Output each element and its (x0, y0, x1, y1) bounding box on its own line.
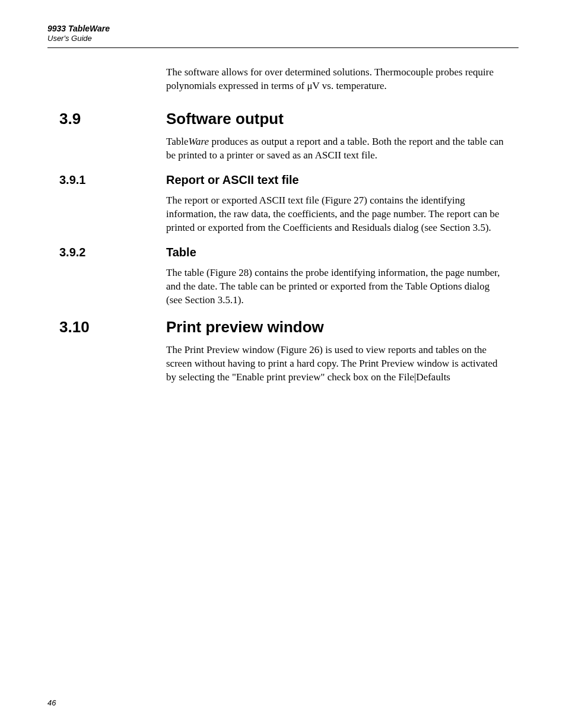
header-divider (47, 47, 519, 48)
section-number-3-9-1: 3.9.1 (59, 173, 166, 187)
body-suffix-3-9: produces as output a report and a table.… (166, 136, 504, 161)
section-3-9: 3.9 Software output TableWare produces a… (166, 110, 507, 163)
body-italic-3-9: Ware (189, 136, 209, 147)
section-title-3-10: Print preview window (166, 318, 324, 336)
header-product: 9933 TableWare (47, 24, 519, 34)
section-body-3-9-2: The table (Figure 28) contains the probe… (166, 266, 507, 307)
page-content: The software allows for over determined … (47, 66, 519, 384)
section-3-9-2: 3.9.2 Table The table (Figure 28) contai… (166, 246, 507, 307)
section-number-3-9: 3.9 (59, 110, 166, 128)
section-3-10: 3.10 Print preview window The Print Prev… (166, 318, 507, 384)
intro-paragraph: The software allows for over determined … (166, 66, 507, 93)
section-number-3-9-2: 3.9.2 (59, 246, 166, 259)
section-title-3-9: Software output (166, 110, 284, 128)
page-number: 46 (47, 698, 56, 707)
section-title-3-9-1: Report or ASCII text file (166, 173, 299, 187)
section-title-3-9-2: Table (166, 246, 196, 259)
section-body-3-9: TableWare produces as output a report an… (166, 135, 507, 163)
header-doctype: User's Guide (47, 34, 519, 43)
section-body-3-10: The Print Preview window (Figure 26) is … (166, 344, 507, 384)
section-3-9-1: 3.9.1 Report or ASCII text file The repo… (166, 173, 507, 235)
body-prefix-3-9: Table (166, 136, 189, 147)
section-body-3-9-1: The report or exported ASCII text file (… (166, 194, 507, 235)
section-number-3-10: 3.10 (59, 318, 166, 336)
page-header: 9933 TableWare User's Guide (47, 24, 519, 43)
